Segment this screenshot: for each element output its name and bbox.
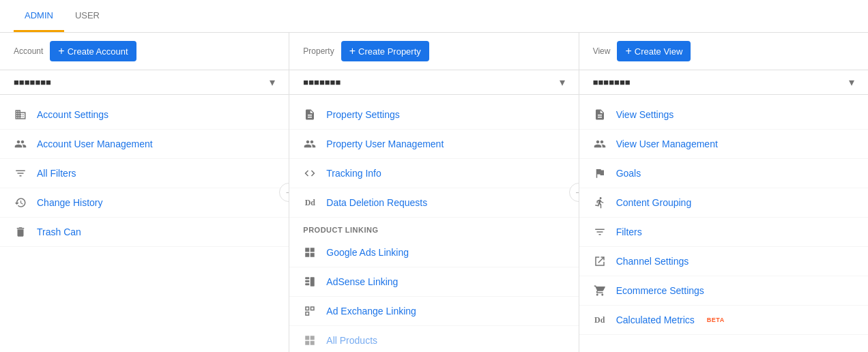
property-label: Property — [303, 46, 334, 56]
channel-icon — [593, 254, 607, 268]
google-ads-item[interactable]: Google Ads Linking — [289, 238, 578, 267]
ecommerce-settings-item[interactable]: Ecommerce Settings — [579, 276, 868, 306]
calculated-metrics-item[interactable]: Dd Calculated Metrics BETA — [579, 306, 868, 335]
top-nav: ADMIN USER — [0, 0, 868, 33]
property-nav-items: Property Settings Property User Manageme… — [289, 95, 578, 352]
channel-settings-label: Channel Settings — [616, 256, 689, 267]
create-view-button[interactable]: + Create View — [617, 41, 691, 61]
goals-item[interactable]: Goals — [579, 159, 868, 188]
view-dropdown-arrow-icon: ▾ — [849, 76, 854, 89]
all-products-label: All Products — [326, 335, 377, 346]
account-label: Account — [14, 46, 43, 56]
main-content: Account + Create Account ■■■■■■■ ▾ Accou… — [0, 33, 868, 352]
view-filters-label: Filters — [616, 226, 642, 237]
svg-rect-3 — [310, 277, 315, 287]
channel-settings-item[interactable]: Channel Settings — [579, 247, 868, 276]
view-dropdown-value: ■■■■■■■ — [593, 77, 849, 87]
ad-exchange-item[interactable]: Ad Exchange Linking — [289, 297, 578, 326]
svg-rect-2 — [306, 283, 310, 285]
view-user-management-label: View User Management — [616, 138, 718, 149]
ad-exchange-label: Ad Exchange Linking — [326, 306, 416, 317]
calc-dd-icon: Dd — [593, 313, 607, 327]
view-filter-icon — [593, 225, 607, 239]
tab-user[interactable]: USER — [64, 1, 111, 32]
trash-can-label: Trash Can — [37, 226, 81, 237]
data-deletion-label: Data Deletion Requests — [326, 197, 427, 208]
view-dropdown[interactable]: ■■■■■■■ ▾ — [579, 70, 868, 95]
account-col-header: Account + Create Account — [0, 33, 289, 70]
people-icon — [14, 137, 27, 151]
view-settings-label: View Settings — [616, 109, 674, 120]
history-icon — [14, 196, 27, 209]
ecommerce-settings-label: Ecommerce Settings — [616, 285, 704, 296]
svg-rect-1 — [306, 280, 310, 282]
google-ads-label: Google Ads Linking — [326, 247, 409, 258]
account-settings-item[interactable]: Account Settings — [0, 100, 289, 130]
adsense-icon — [303, 275, 317, 289]
beta-badge: BETA — [707, 317, 725, 323]
account-nav-items: Account Settings Account User Management… — [0, 95, 289, 252]
view-col-header: View + Create View — [579, 33, 868, 70]
property-dropdown-arrow-icon: ▾ — [560, 76, 565, 89]
change-history-item[interactable]: Change History — [0, 188, 289, 218]
code-icon — [303, 166, 317, 180]
account-column: Account + Create Account ■■■■■■■ ▾ Accou… — [0, 33, 289, 352]
tab-admin[interactable]: ADMIN — [14, 1, 64, 32]
ad-exchange-icon — [303, 304, 317, 318]
view-settings-item[interactable]: View Settings — [579, 100, 868, 130]
grid-icon — [303, 246, 317, 259]
goals-label: Goals — [616, 168, 641, 179]
create-account-button[interactable]: + Create Account — [50, 41, 136, 61]
property-settings-label: Property Settings — [326, 109, 399, 120]
property-dropdown[interactable]: ■■■■■■■ ▾ — [289, 70, 578, 95]
adsense-label: AdSense Linking — [326, 276, 398, 287]
person-up-icon — [593, 196, 607, 209]
flag-icon — [593, 166, 607, 180]
adsense-item[interactable]: AdSense Linking — [289, 267, 578, 297]
property-column: Property + Create Property ■■■■■■■ ▾ Pro… — [289, 33, 579, 352]
account-settings-label: Account Settings — [37, 109, 108, 120]
account-dropdown-value: ■■■■■■■ — [14, 77, 270, 87]
content-grouping-item[interactable]: Content Grouping — [579, 188, 868, 218]
view-column: View + Create View ■■■■■■■ ▾ View Settin… — [579, 33, 868, 352]
content-grouping-label: Content Grouping — [616, 197, 692, 208]
doc-icon — [303, 108, 317, 121]
create-property-button[interactable]: + Create Property — [341, 41, 429, 61]
account-user-management-item[interactable]: Account User Management — [0, 130, 289, 159]
change-history-label: Change History — [37, 197, 103, 208]
all-products-icon — [303, 334, 317, 347]
trash-icon — [14, 225, 27, 239]
view-filters-item[interactable]: Filters — [579, 218, 868, 247]
view-label: View — [593, 46, 611, 56]
calculated-metrics-label: Calculated Metrics — [616, 314, 695, 325]
data-deletion-item[interactable]: Dd Data Deletion Requests — [289, 188, 578, 218]
cart-icon — [593, 284, 607, 297]
all-filters-item[interactable]: All Filters — [0, 159, 289, 188]
all-filters-label: All Filters — [37, 168, 76, 179]
account-dropdown-arrow-icon: ▾ — [270, 76, 275, 89]
account-dropdown[interactable]: ■■■■■■■ ▾ — [0, 70, 289, 95]
filter-icon — [14, 166, 27, 180]
property-col-header: Property + Create Property — [289, 33, 578, 70]
property-settings-item[interactable]: Property Settings — [289, 100, 578, 130]
trash-can-item[interactable]: Trash Can — [0, 218, 289, 247]
dd-icon: Dd — [303, 196, 317, 209]
account-user-management-label: Account User Management — [37, 138, 153, 149]
property-user-management-item[interactable]: Property User Management — [289, 130, 578, 159]
view-doc-icon — [593, 108, 607, 121]
product-linking-header: PRODUCT LINKING — [289, 218, 578, 238]
tracking-info-item[interactable]: Tracking Info — [289, 159, 578, 188]
svg-rect-0 — [306, 277, 310, 279]
view-nav-items: View Settings View User Management Goals — [579, 95, 868, 340]
property-dropdown-value: ■■■■■■■ — [303, 77, 559, 87]
building-icon — [14, 108, 27, 121]
view-people-icon — [593, 137, 607, 151]
tracking-info-label: Tracking Info — [326, 168, 381, 179]
property-people-icon — [303, 137, 317, 151]
property-user-management-label: Property User Management — [326, 138, 444, 149]
view-user-management-item[interactable]: View User Management — [579, 130, 868, 159]
all-products-item[interactable]: All Products — [289, 326, 578, 352]
